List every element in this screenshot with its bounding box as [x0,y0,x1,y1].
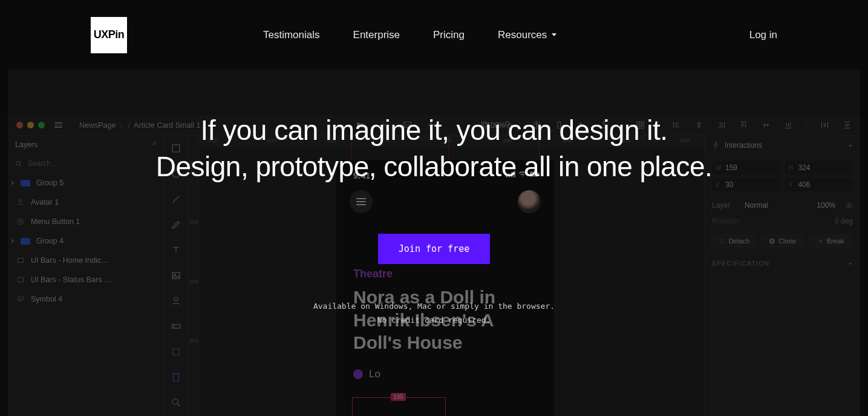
logo[interactable]: UXPin [91,17,127,53]
nav-testimonials[interactable]: Testimonials [263,29,320,41]
hero-line1: If you can imagine it, you can design it… [200,114,667,146]
nav-enterprise[interactable]: Enterprise [353,29,400,41]
nav-resources[interactable]: Resources [498,29,556,41]
hero-sub-line2: No credit card required. [313,313,555,327]
hero-line2: Design, prototype, collaborate all in on… [156,151,713,182]
nav-links: Testimonials Enterprise Pricing Resource… [263,29,556,41]
nav-resources-label: Resources [498,29,547,41]
hero-subtext: Available on Windows, Mac or simply in t… [313,299,555,328]
nav-pricing[interactable]: Pricing [433,29,465,41]
hero-headline: If you can imagine it, you can design it… [156,113,713,185]
login-link[interactable]: Log in [749,29,777,41]
cta-join-button[interactable]: Join for free [378,234,490,264]
top-nav: UXPin Testimonials Enterprise Pricing Re… [0,0,868,70]
hero-sub-line1: Available on Windows, Mac or simply in t… [313,299,555,313]
caret-down-icon [552,33,556,36]
